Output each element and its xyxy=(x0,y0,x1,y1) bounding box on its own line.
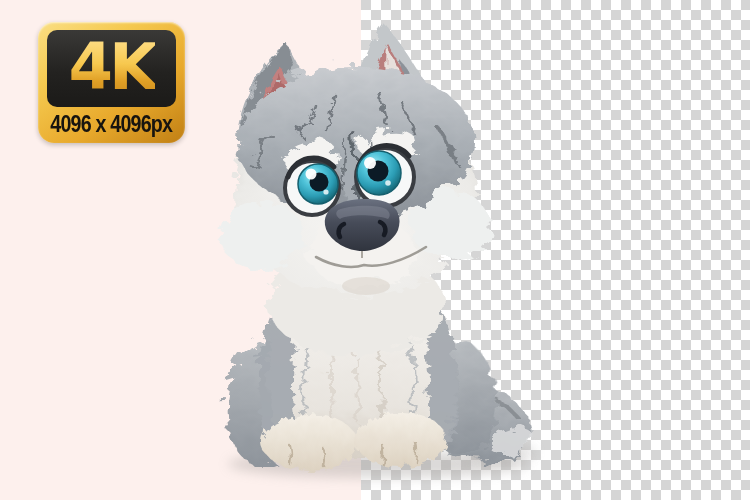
resolution-label: 4K xyxy=(68,35,154,99)
4k-badge-band: 4096 x 4096px xyxy=(38,107,185,141)
4k-badge: 4K 4096 x 4096px xyxy=(38,22,185,143)
right-eye xyxy=(356,146,414,206)
asset-preview: 4K 4096 x 4096px xyxy=(0,0,750,500)
puppy-head xyxy=(216,62,487,295)
4k-badge-screen: 4K xyxy=(47,30,176,107)
left-eye xyxy=(285,158,339,215)
dimensions-label: 4096 x 4096px xyxy=(51,110,173,138)
